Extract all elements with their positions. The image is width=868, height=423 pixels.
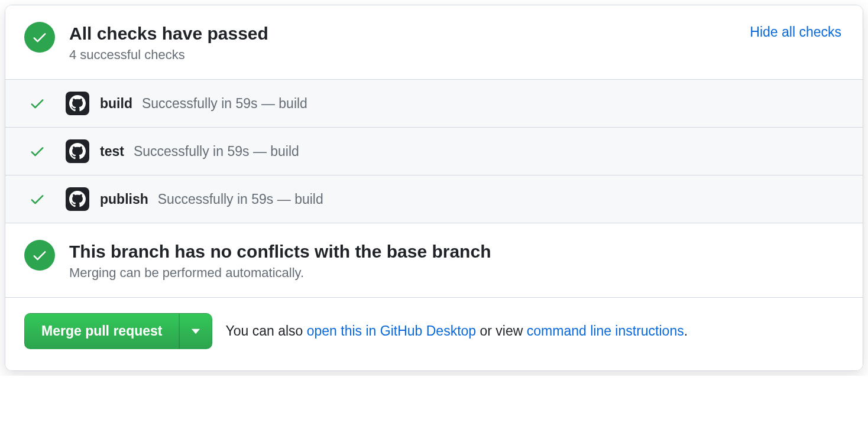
check-success-icon — [29, 143, 46, 160]
checks-header-text: All checks have passed 4 successful chec… — [69, 22, 750, 63]
checks-subtitle: 4 successful checks — [69, 47, 750, 63]
checks-header: All checks have passed 4 successful chec… — [5, 5, 863, 79]
merge-status-text: This branch has no conflicts with the ba… — [69, 240, 841, 281]
check-detail: Successfully in 59s — build — [134, 144, 299, 160]
footer-suffix: . — [684, 323, 688, 339]
check-name: build — [100, 96, 132, 112]
open-desktop-link[interactable]: open this in GitHub Desktop — [307, 323, 476, 339]
merge-button-group: Merge pull request — [24, 313, 212, 349]
cli-instructions-link[interactable]: command line instructions — [527, 323, 684, 339]
check-row[interactable]: build Successfully in 59s — build — [5, 80, 863, 128]
check-row[interactable]: publish Successfully in 59s — build — [5, 175, 863, 223]
merge-status-subtitle: Merging can be performed automatically. — [69, 265, 841, 281]
github-icon — [66, 187, 89, 211]
check-detail: Successfully in 59s — build — [158, 191, 323, 207]
check-success-icon — [29, 191, 46, 207]
github-icon — [66, 139, 89, 163]
merge-pull-request-button[interactable]: Merge pull request — [24, 313, 179, 349]
check-row[interactable]: test Successfully in 59s — build — [5, 128, 863, 175]
caret-down-icon — [192, 328, 200, 334]
merge-status-title: This branch has no conflicts with the ba… — [69, 240, 841, 263]
merge-options-dropdown[interactable] — [179, 313, 212, 349]
footer-prefix: You can also — [225, 323, 306, 339]
check-detail: Successfully in 59s — build — [142, 96, 307, 112]
check-name: test — [100, 144, 124, 160]
merge-footer: Merge pull request You can also open thi… — [5, 298, 863, 370]
check-success-icon — [29, 95, 46, 112]
hide-all-checks-link[interactable]: Hide all checks — [750, 24, 841, 40]
success-icon — [24, 240, 55, 271]
merge-status-panel: All checks have passed 4 successful chec… — [5, 5, 863, 371]
github-icon — [66, 92, 89, 115]
success-icon — [24, 22, 55, 53]
footer-middle: or view — [476, 323, 527, 339]
merge-status-header: This branch has no conflicts with the ba… — [5, 223, 863, 298]
checks-list: build Successfully in 59s — build test S… — [5, 79, 863, 223]
merge-footer-text: You can also open this in GitHub Desktop… — [225, 323, 688, 339]
checks-title: All checks have passed — [69, 22, 750, 45]
check-name: publish — [100, 191, 148, 207]
